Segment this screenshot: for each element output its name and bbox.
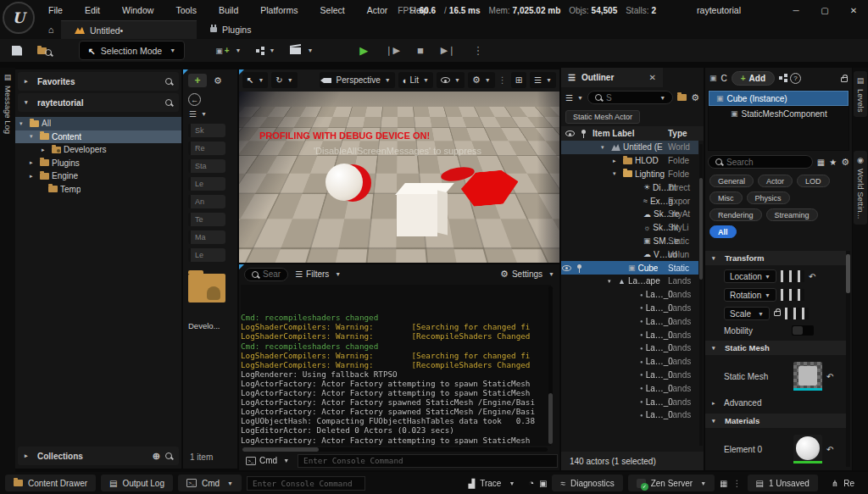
- filter-chip[interactable]: Te: [188, 213, 225, 226]
- create-folder-icon[interactable]: [677, 94, 687, 101]
- settings-gear-icon[interactable]: ⚙: [214, 75, 222, 86]
- viewport-select-dropdown[interactable]: ↖▼: [242, 72, 268, 88]
- type-filter-chip[interactable]: Static Mesh Actor: [565, 110, 640, 124]
- quad-view-button[interactable]: ⊞: [511, 72, 526, 88]
- blueprints-dropdown[interactable]: ▼: [251, 42, 280, 60]
- type-column[interactable]: Type: [668, 129, 687, 138]
- outliner-row[interactable]: ▣ SM…e Static: [561, 235, 698, 248]
- menu-item[interactable]: Select: [309, 0, 356, 20]
- add-actor-dropdown[interactable]: ▣+▼: [210, 42, 246, 60]
- message-log-tab[interactable]: ▤ Message Log: [1, 73, 14, 134]
- add-collection-icon[interactable]: ⊕: [153, 451, 160, 462]
- details-filter-chip[interactable]: Actor: [758, 175, 793, 187]
- derived-data-icon[interactable]: ▦: [720, 479, 727, 488]
- asset-tab[interactable]: Untitled•: [61, 20, 197, 39]
- expand-icon[interactable]: ▸: [30, 159, 37, 166]
- menu-item[interactable]: Build: [208, 0, 249, 20]
- filter-chip[interactable]: Re: [188, 142, 225, 155]
- static-mesh-section-header[interactable]: ▾Static Mesh: [705, 341, 848, 355]
- folder-tree-row[interactable]: ▸ Developers: [15, 143, 181, 157]
- log-vertical-scrollbar[interactable]: [548, 286, 553, 444]
- log-filters-dropdown[interactable]: ☰Filters▼: [295, 269, 341, 279]
- selection-mode-dropdown[interactable]: ↖Selection Mode▼: [79, 41, 185, 60]
- folder-tree-row[interactable]: ▸ Engine: [15, 169, 181, 183]
- outliner-row[interactable]: ● La…_0 Lands: [561, 288, 698, 302]
- search-icon[interactable]: [165, 78, 172, 85]
- favorites-star-icon[interactable]: ★: [829, 158, 837, 167]
- log-console-input[interactable]: [298, 454, 558, 468]
- details-filter-chip[interactable]: LOD: [797, 175, 830, 187]
- project-header[interactable]: ▾ rayteutorial: [18, 93, 179, 112]
- expand-icon[interactable]: ▸: [30, 173, 37, 180]
- outliner-row[interactable]: ≈ Ex…g Expor: [561, 194, 698, 208]
- browse-content-button[interactable]: [32, 42, 57, 60]
- lock-icon[interactable]: [841, 77, 848, 82]
- details-filter-chip[interactable]: Misc: [709, 191, 743, 204]
- details-filter-chip[interactable]: Streaming: [766, 208, 818, 221]
- y-field[interactable]: [789, 289, 796, 301]
- viewport-settings-dropdown[interactable]: ⚙▼: [468, 72, 495, 88]
- show-flags-dropdown[interactable]: ▼: [437, 72, 465, 88]
- reset-icon[interactable]: ↶: [809, 272, 815, 281]
- outliner-row[interactable]: ● La…_0 Lands: [561, 408, 698, 422]
- favorites-header[interactable]: ▸ Favorites: [18, 72, 179, 91]
- menu-item[interactable]: File: [37, 0, 74, 20]
- log-search-box[interactable]: Sear: [244, 268, 288, 281]
- viewport-transform-dropdown[interactable]: ↻▼: [271, 72, 297, 88]
- outliner-row[interactable]: ▾ Untitled (E World: [561, 141, 698, 154]
- scrollbar-thumb[interactable]: [242, 447, 319, 452]
- step-button[interactable]: ❘▶: [379, 45, 406, 56]
- outliner-row[interactable]: ☀ Di…ht Direct: [561, 180, 698, 194]
- unsaved-button[interactable]: ▤1 Unsaved: [748, 475, 818, 491]
- viewport-options-icon[interactable]: ⋮: [498, 75, 508, 85]
- expand-icon[interactable]: ▾: [613, 170, 620, 177]
- back-button[interactable]: ←: [188, 93, 201, 106]
- outliner-search-box[interactable]: S▼: [587, 91, 673, 104]
- revision-control-button[interactable]: ⋔Re: [823, 475, 863, 491]
- location-dropdown[interactable]: Location▼: [724, 269, 776, 283]
- outliner-row[interactable]: ▾ ▲ La…ape Lands: [561, 275, 698, 288]
- x-field[interactable]: [785, 308, 792, 319]
- component-row[interactable]: ▣ StaticMeshComponent: [709, 106, 849, 121]
- expand-icon[interactable]: ▾: [30, 133, 37, 140]
- rotation-dropdown[interactable]: Rotation▼: [724, 288, 776, 302]
- details-filter-chip[interactable]: All: [709, 225, 737, 238]
- z-field[interactable]: [798, 289, 804, 301]
- menu-item[interactable]: Platforms: [249, 0, 309, 20]
- zen-server-dropdown[interactable]: Zen Server▼: [628, 475, 715, 491]
- menu-item[interactable]: Edit: [74, 0, 111, 20]
- outliner-row[interactable]: ☼ Sk…ht SkyLi: [561, 221, 698, 235]
- outliner-row[interactable]: ● La…_0 Lands: [561, 328, 698, 341]
- reset-icon[interactable]: ↶: [826, 372, 833, 381]
- scale-lock-icon[interactable]: [774, 311, 781, 316]
- mobility-toggle[interactable]: [792, 325, 814, 336]
- eye-icon[interactable]: [562, 265, 571, 271]
- minimize-button[interactable]: ─: [782, 0, 810, 20]
- expand-icon[interactable]: ▸: [613, 158, 620, 164]
- details-filter-chip[interactable]: General: [709, 175, 754, 187]
- log-lines[interactable]: Cmd: recompileshaders changedLogShaderCo…: [241, 285, 551, 446]
- expand-icon[interactable]: ▾: [19, 120, 27, 127]
- insights-icon[interactable]: ◔: [528, 478, 534, 488]
- cinematics-dropdown[interactable]: ▼: [285, 42, 318, 60]
- scrollbar-thumb[interactable]: [846, 254, 850, 293]
- scrollbar-thumb[interactable]: [699, 178, 703, 280]
- expand-icon[interactable]: ▾: [608, 278, 615, 285]
- status-options-icon[interactable]: ⋮: [733, 479, 743, 488]
- outliner-row[interactable]: ● La…_0 Lands: [561, 381, 698, 395]
- details-filter-chip[interactable]: Physics: [747, 191, 790, 204]
- scrollbar-thumb[interactable]: [548, 393, 553, 444]
- status-console-input[interactable]: [247, 476, 365, 491]
- static-mesh-thumbnail[interactable]: [793, 362, 822, 391]
- z-field[interactable]: [798, 270, 804, 282]
- advanced-row[interactable]: ▸ Advanced: [705, 398, 848, 408]
- blueprint-icon[interactable]: [779, 76, 782, 80]
- transform-section-header[interactable]: ▾Transform: [705, 251, 848, 265]
- outliner-row[interactable]: ☁ Sk…re SkyAt: [561, 208, 698, 221]
- scale-xyz-fields[interactable]: [785, 308, 809, 319]
- folder-tree-row[interactable]: ▸ Plugins: [15, 157, 181, 170]
- search-icon[interactable]: [165, 452, 172, 459]
- collections-header[interactable]: ▸ Collections ⊕: [18, 447, 179, 465]
- outliner-row[interactable]: ● La…_0 Lands: [561, 369, 698, 382]
- filter-chip[interactable]: Sk: [188, 124, 225, 137]
